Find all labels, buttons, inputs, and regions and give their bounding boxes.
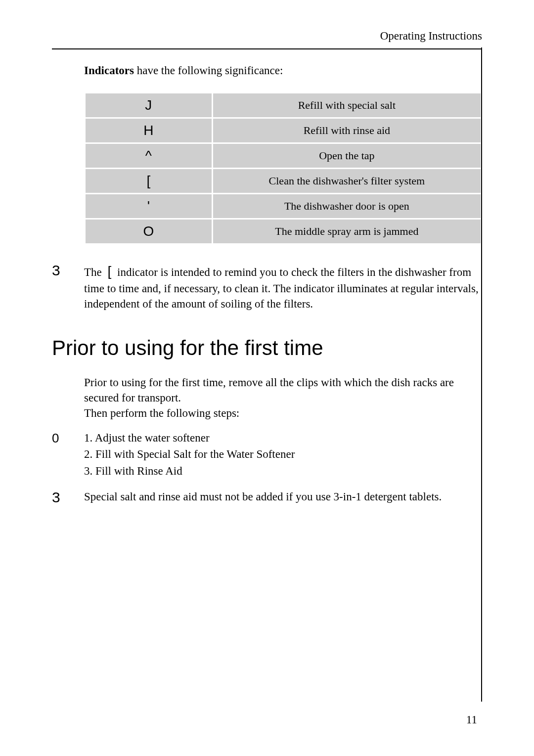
indicator-symbol: J bbox=[86, 93, 212, 117]
indicator-symbol: ^ bbox=[86, 144, 212, 168]
steps-body: 1. Adjust the water softener 2. Fill wit… bbox=[84, 430, 295, 479]
steps-block: 0 1. Adjust the water softener 2. Fill w… bbox=[52, 430, 482, 479]
header-rule bbox=[52, 48, 482, 49]
indicator-meaning: The dishwasher door is open bbox=[213, 194, 481, 218]
indicator-meaning: Open the tap bbox=[213, 144, 481, 168]
table-row: ^ Open the tap bbox=[86, 144, 481, 168]
indicator-symbol: ' bbox=[86, 194, 212, 218]
section-heading: Prior to using for the first time bbox=[52, 336, 482, 360]
indicator-symbol: H bbox=[86, 119, 212, 142]
steps-marker: 0 bbox=[52, 430, 84, 479]
manual-page: Operating Instructions Indicators have t… bbox=[0, 0, 534, 756]
indicator-meaning: Refill with special salt bbox=[213, 93, 481, 117]
table-row: J Refill with special salt bbox=[86, 93, 481, 117]
content-column: Indicators have the following significan… bbox=[84, 64, 482, 245]
header-section-title: Operating Instructions bbox=[52, 30, 482, 48]
table-row: O The middle spray arm is jammed bbox=[86, 220, 481, 243]
note-pre: The bbox=[84, 266, 105, 278]
indicator-meaning: Clean the dishwasher's filter system bbox=[213, 169, 481, 193]
tablet-note: 3 Special salt and rinse aid must not be… bbox=[52, 489, 482, 506]
indicator-meaning: The middle spray arm is jammed bbox=[213, 220, 481, 243]
note-body: Special salt and rinse aid must not be a… bbox=[84, 489, 442, 506]
filter-icon: [ bbox=[105, 262, 115, 281]
indicator-symbol: O bbox=[86, 220, 212, 243]
indicators-rest: have the following significance: bbox=[134, 64, 283, 77]
step-item: 1. Adjust the water softener bbox=[84, 430, 295, 446]
table-row: [ Clean the dishwasher's filter system bbox=[86, 169, 481, 193]
indicators-table: J Refill with special salt H Refill with… bbox=[84, 92, 482, 245]
step-item: 3. Fill with Rinse Aid bbox=[84, 463, 295, 479]
note-post: indicator is intended to remind you to c… bbox=[84, 266, 479, 310]
note-marker: 3 bbox=[52, 489, 84, 506]
note-marker: 3 bbox=[52, 262, 84, 311]
first-use-intro-wrap: Prior to using for the first time, remov… bbox=[84, 375, 482, 421]
indicator-symbol: [ bbox=[86, 169, 212, 193]
indicator-meaning: Refill with rinse aid bbox=[213, 119, 481, 142]
right-rule bbox=[481, 47, 482, 702]
first-use-intro: Prior to using for the first time, remov… bbox=[84, 375, 482, 421]
step-item: 2. Fill with Special Salt for the Water … bbox=[84, 446, 295, 462]
note-body: The [ indicator is intended to remind yo… bbox=[84, 262, 482, 311]
indicators-label: Indicators bbox=[84, 64, 134, 77]
table-row: H Refill with rinse aid bbox=[86, 119, 481, 142]
filter-note: 3 The [ indicator is intended to remind … bbox=[52, 262, 482, 311]
table-row: ' The dishwasher door is open bbox=[86, 194, 481, 218]
indicators-intro: Indicators have the following significan… bbox=[84, 64, 482, 77]
page-number: 11 bbox=[466, 713, 477, 726]
